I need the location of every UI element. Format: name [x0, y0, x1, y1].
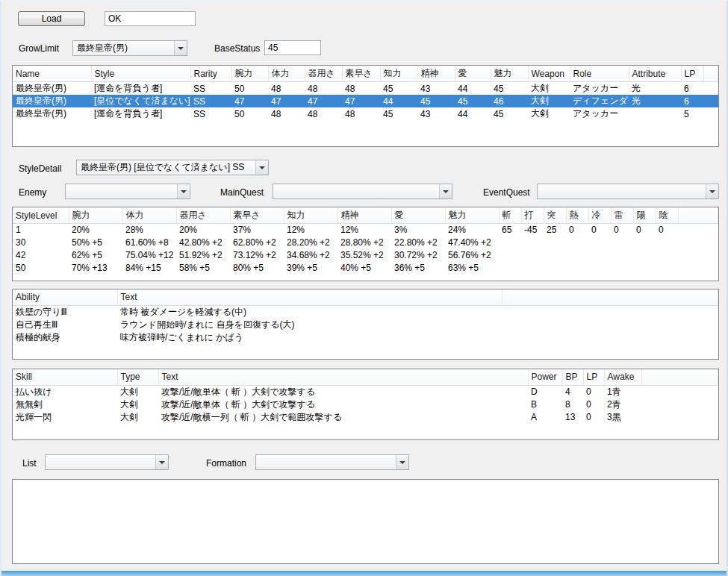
formation-dropdown[interactable] — [255, 454, 409, 470]
table-row[interactable]: 積極的献身味方被弾時/ごくまれに かばう — [13, 331, 718, 344]
chevron-down-icon[interactable] — [255, 160, 268, 175]
table-row[interactable]: 最終皇帝(男)[運命を背負う者]SS5048484845434445大剣アタッカ… — [13, 82, 718, 96]
cell: 48 — [268, 82, 305, 96]
column-header[interactable]: BP — [562, 369, 583, 385]
column-header[interactable]: 熱 — [566, 207, 588, 224]
column-header[interactable]: 斬 — [499, 207, 521, 224]
cell: 大剣 — [528, 82, 570, 96]
growlimit-dropdown[interactable]: 最終皇帝(男) — [72, 40, 187, 56]
column-header[interactable]: Weapon — [528, 66, 570, 82]
chevron-down-icon[interactable] — [174, 41, 187, 55]
load-button[interactable]: Load — [18, 11, 85, 26]
cell: 47 — [305, 95, 342, 107]
column-header[interactable]: Rarity — [190, 66, 231, 82]
eventquest-dropdown[interactable] — [537, 184, 719, 199]
column-header[interactable]: 打 — [521, 207, 544, 224]
cell: ラウンド開始時/まれに 自身を回復する(大) — [117, 319, 502, 331]
column-header[interactable]: LP — [681, 66, 703, 82]
cell: 42.80% +2 — [176, 237, 230, 249]
mainquest-dropdown[interactable] — [273, 184, 452, 199]
cell: 光輝一閃 — [13, 411, 117, 424]
chevron-down-icon[interactable] — [155, 455, 168, 469]
column-header[interactable]: 腕力 — [231, 66, 268, 82]
column-header[interactable]: 精神 — [337, 207, 391, 224]
column-header[interactable]: Awake — [604, 369, 641, 385]
column-header[interactable]: 陽 — [633, 207, 656, 224]
table-row[interactable]: 最終皇帝(男)[運命を背負う者]SS5048484845434445大剣アタッカ… — [13, 107, 718, 120]
column-header[interactable]: Skill — [13, 369, 117, 385]
table-row[interactable]: 4262% +575.04% +1251.92% +273.12% +234.6… — [13, 249, 718, 262]
cell: 最終皇帝(男) — [13, 107, 91, 120]
column-header[interactable]: 愛 — [391, 207, 445, 224]
table-row[interactable]: 自己再生Ⅲラウンド開始時/まれに 自身を回復する(大) — [13, 319, 718, 331]
column-header[interactable]: Style — [91, 66, 190, 82]
column-header[interactable]: 素早さ — [230, 207, 284, 224]
table-row[interactable]: 払い抜け大剣攻撃/近/敵単体（ 斬 ）大剣で攻撃するD401青 — [13, 385, 718, 398]
column-header[interactable]: 腕力 — [69, 207, 122, 224]
result-listbox[interactable] — [12, 479, 719, 564]
column-header[interactable]: Name — [13, 66, 91, 82]
cell: 8 — [562, 398, 583, 411]
column-header[interactable]: LP — [583, 369, 604, 385]
column-header[interactable]: Power — [528, 369, 562, 385]
table-row[interactable]: 無無剣大剣攻撃/近/敵単体（ 斬 ）大剣で攻撃するB802青 — [13, 398, 718, 411]
column-header[interactable]: 素早さ — [342, 66, 380, 82]
cell: 40% +5 — [337, 262, 391, 275]
cell — [633, 237, 656, 249]
column-header[interactable]: 突 — [544, 207, 566, 224]
styledetail-label: StyleDetail — [19, 163, 61, 174]
column-header[interactable]: Ability — [13, 289, 117, 305]
table-row[interactable]: 光輝一閃大剣攻撃/近/敵横一列（ 斬 ）大剣で範囲攻撃するA1303黒 — [13, 411, 718, 424]
column-header[interactable]: Type — [117, 369, 158, 385]
column-header[interactable]: 体力 — [122, 207, 176, 224]
table-row[interactable]: 鉄壁の守りⅢ常時 被ダメージを軽減する(中) — [13, 305, 718, 319]
column-header[interactable]: Role — [570, 66, 629, 82]
column-header[interactable]: 器用さ — [305, 66, 342, 82]
column-header[interactable]: Attribute — [629, 66, 681, 82]
status-textbox[interactable] — [105, 11, 196, 26]
column-header[interactable]: 精神 — [417, 66, 455, 82]
enemy-label: Enemy — [19, 187, 46, 198]
cell: 44 — [455, 107, 491, 120]
chevron-down-icon[interactable] — [396, 455, 408, 469]
column-header[interactable]: 雷 — [611, 207, 633, 224]
chevron-down-icon[interactable] — [439, 184, 452, 198]
skill-table: SkillTypeTextPowerBPLPAwake払い抜け大剣攻撃/近/敵単… — [13, 369, 718, 424]
column-header[interactable]: 冷 — [588, 207, 611, 224]
cell: 80% +5 — [230, 262, 284, 275]
cell: 1青 — [604, 385, 641, 398]
cell: 5 — [681, 107, 703, 120]
cell: 光 — [629, 82, 681, 96]
table-row[interactable]: 120%28%20%37%12%12%3%24%65-452500000 — [13, 224, 718, 237]
column-header[interactable]: 愛 — [455, 66, 491, 82]
styledetail-dropdown[interactable]: 最終皇帝(男) [皇位でなくて済まない] SS — [76, 160, 269, 175]
column-header[interactable]: StyleLevel — [13, 207, 69, 224]
table-row[interactable]: 最終皇帝(男)[皇位でなくて済まない]SS4747474744454546大剣デ… — [13, 95, 718, 107]
column-header[interactable]: Text — [158, 369, 528, 385]
cell: 3黒 — [604, 411, 641, 424]
cell — [656, 262, 678, 275]
cell: 48 — [268, 107, 305, 120]
column-header[interactable]: 器用さ — [176, 207, 230, 224]
list-dropdown[interactable] — [45, 454, 169, 470]
table-row[interactable]: 5070% +1384% +1558% +580% +539% +540% +5… — [13, 262, 718, 275]
ability-table: AbilityText鉄壁の守りⅢ常時 被ダメージを軽減する(中)自己再生Ⅲラウ… — [13, 289, 718, 344]
column-header[interactable]: 陰 — [656, 207, 678, 224]
enemy-dropdown[interactable] — [65, 184, 190, 199]
style-level-list-view: StyleLevel腕力体力器用さ素早さ知力精神愛魅力斬打突熱冷雷陽陰120%2… — [12, 207, 719, 281]
column-header[interactable]: 魅力 — [491, 66, 528, 82]
table-row[interactable]: 3050% +561.60% +842.80% +262.80% +228.20… — [13, 237, 718, 249]
cell: 45 — [380, 82, 417, 96]
chevron-down-icon[interactable] — [177, 184, 190, 198]
chevron-down-icon[interactable] — [706, 184, 718, 198]
column-header[interactable]: Text — [117, 289, 502, 305]
column-header[interactable]: 知力 — [380, 66, 417, 82]
column-header[interactable]: 体力 — [268, 66, 305, 82]
cell: SS — [190, 82, 231, 96]
formation-value — [256, 455, 396, 469]
basestatus-textbox[interactable] — [264, 40, 321, 55]
list-label: List — [22, 458, 37, 469]
column-header[interactable]: 知力 — [284, 207, 337, 224]
cell — [499, 262, 521, 275]
column-header[interactable]: 魅力 — [445, 207, 499, 224]
